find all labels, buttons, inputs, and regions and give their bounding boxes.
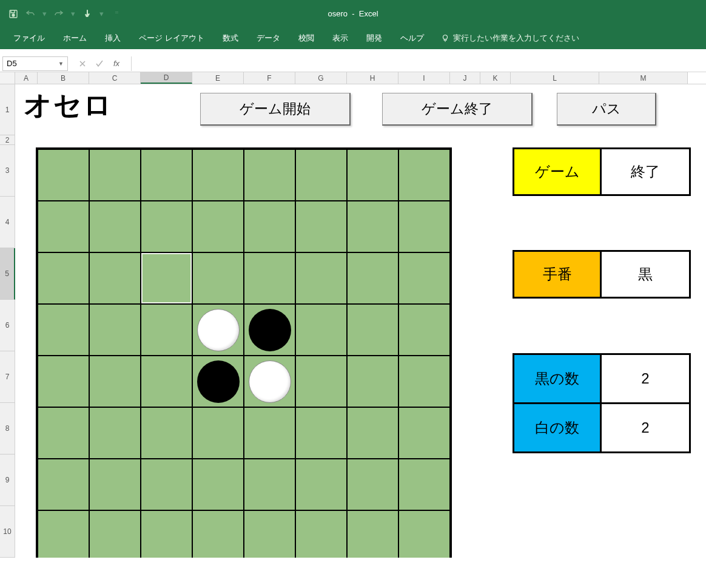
board-cell-5-3[interactable]: [192, 407, 244, 459]
row-header-8[interactable]: 8: [0, 403, 15, 455]
board-cell-4-1[interactable]: [89, 356, 141, 407]
board-cell-4-5[interactable]: [295, 356, 347, 407]
board-cell-7-0[interactable]: [38, 510, 89, 558]
row-header-4[interactable]: 4: [0, 197, 15, 248]
board-cell-6-2[interactable]: [141, 459, 192, 510]
board-cell-1-0[interactable]: [38, 201, 89, 252]
touch-mode-icon[interactable]: [81, 8, 93, 20]
board-cell-4-2[interactable]: [141, 356, 192, 407]
board-cell-6-1[interactable]: [89, 459, 141, 510]
board-cell-4-3[interactable]: [192, 356, 244, 407]
board-cell-4-7[interactable]: [398, 356, 450, 407]
ribbon-tab-8[interactable]: 開発: [358, 28, 391, 49]
board-cell-7-4[interactable]: [244, 510, 295, 558]
col-header-L[interactable]: L: [511, 72, 599, 84]
board-cell-4-6[interactable]: [347, 356, 398, 407]
row-header-1[interactable]: 1: [0, 84, 15, 135]
board-cell-3-0[interactable]: [38, 304, 89, 356]
board-cell-5-2[interactable]: [141, 407, 192, 459]
qat-dropdown[interactable]: ▾: [99, 9, 104, 18]
board-cell-1-3[interactable]: [192, 201, 244, 252]
ribbon-tab-3[interactable]: ページ レイアウト: [130, 28, 213, 49]
board-cell-1-2[interactable]: [141, 201, 192, 252]
col-header-K[interactable]: K: [480, 72, 511, 84]
redo-icon[interactable]: [53, 8, 65, 20]
board-cell-0-3[interactable]: [192, 149, 244, 201]
col-header-F[interactable]: F: [244, 72, 295, 84]
ribbon-tab-4[interactable]: 数式: [214, 28, 247, 49]
name-box[interactable]: D5 ▼: [2, 56, 68, 71]
board-cell-2-3[interactable]: [192, 252, 244, 304]
board-cell-7-7[interactable]: [398, 510, 450, 558]
board-cell-3-2[interactable]: [141, 304, 192, 356]
row-header-7[interactable]: 7: [0, 351, 15, 403]
board-cell-1-1[interactable]: [89, 201, 141, 252]
board-cell-5-4[interactable]: [244, 407, 295, 459]
col-header-B[interactable]: B: [38, 72, 89, 84]
pass-button[interactable]: パス: [557, 93, 656, 126]
row-header-6[interactable]: 6: [0, 300, 15, 351]
board-cell-6-3[interactable]: [192, 459, 244, 510]
chevron-down-icon[interactable]: ▼: [58, 61, 64, 67]
col-header-J[interactable]: J: [450, 72, 480, 84]
ribbon-tab-7[interactable]: 表示: [324, 28, 357, 49]
col-header-C[interactable]: C: [89, 72, 141, 84]
board-cell-6-7[interactable]: [398, 459, 450, 510]
cancel-icon[interactable]: [78, 59, 87, 69]
board-cell-2-5[interactable]: [295, 252, 347, 304]
row-header-2[interactable]: 2: [0, 135, 15, 145]
ribbon-tab-6[interactable]: 校閲: [290, 28, 323, 49]
qat-customize[interactable]: ⁼: [115, 9, 119, 18]
board-cell-6-4[interactable]: [244, 459, 295, 510]
board-cell-0-0[interactable]: [38, 149, 89, 201]
board-cell-3-1[interactable]: [89, 304, 141, 356]
board-cell-4-4[interactable]: [244, 356, 295, 407]
board-cell-3-6[interactable]: [347, 304, 398, 356]
undo-icon[interactable]: [24, 8, 36, 20]
col-header-E[interactable]: E: [192, 72, 244, 84]
board-cell-0-4[interactable]: [244, 149, 295, 201]
board-cell-0-2[interactable]: [141, 149, 192, 201]
board-cell-4-0[interactable]: [38, 356, 89, 407]
board-cell-1-7[interactable]: [398, 201, 450, 252]
board-cell-2-4[interactable]: [244, 252, 295, 304]
board-cell-1-5[interactable]: [295, 201, 347, 252]
board-cell-2-6[interactable]: [347, 252, 398, 304]
col-header-D[interactable]: D: [141, 72, 192, 84]
col-header-A[interactable]: A: [15, 72, 38, 84]
board-cell-2-0[interactable]: [38, 252, 89, 304]
row-header-3[interactable]: 3: [0, 145, 15, 197]
board-cell-0-6[interactable]: [347, 149, 398, 201]
board-cell-1-6[interactable]: [347, 201, 398, 252]
fx-icon[interactable]: fx: [112, 59, 121, 69]
board-cell-3-7[interactable]: [398, 304, 450, 356]
ribbon-tab-1[interactable]: ホーム: [55, 28, 95, 49]
row-header-10[interactable]: 10: [0, 506, 15, 558]
col-header-M[interactable]: M: [599, 72, 688, 84]
board-cell-5-7[interactable]: [398, 407, 450, 459]
board-cell-7-1[interactable]: [89, 510, 141, 558]
row-header-5[interactable]: 5: [0, 248, 15, 300]
board-cell-5-5[interactable]: [295, 407, 347, 459]
board-cell-6-6[interactable]: [347, 459, 398, 510]
enter-icon[interactable]: [95, 59, 104, 69]
col-header-I[interactable]: I: [398, 72, 450, 84]
board-cell-2-1[interactable]: [89, 252, 141, 304]
ribbon-tab-2[interactable]: 挿入: [96, 28, 129, 49]
autosave-icon[interactable]: [7, 8, 19, 20]
ribbon-tab-0[interactable]: ファイル: [5, 28, 53, 49]
start-game-button[interactable]: ゲーム開始: [200, 93, 351, 126]
tell-me-search[interactable]: 実行したい作業を入力してください: [434, 29, 587, 47]
board-cell-7-2[interactable]: [141, 510, 192, 558]
board-cell-5-0[interactable]: [38, 407, 89, 459]
row-header-9[interactable]: 9: [0, 455, 15, 506]
board-cell-6-5[interactable]: [295, 459, 347, 510]
board-cell-2-7[interactable]: [398, 252, 450, 304]
board-cell-7-6[interactable]: [347, 510, 398, 558]
board-cell-0-1[interactable]: [89, 149, 141, 201]
board-cell-3-3[interactable]: [192, 304, 244, 356]
end-game-button[interactable]: ゲーム終了: [382, 93, 533, 126]
board-cell-7-3[interactable]: [192, 510, 244, 558]
ribbon-tab-5[interactable]: データ: [248, 28, 289, 49]
select-all-corner[interactable]: [0, 72, 15, 84]
